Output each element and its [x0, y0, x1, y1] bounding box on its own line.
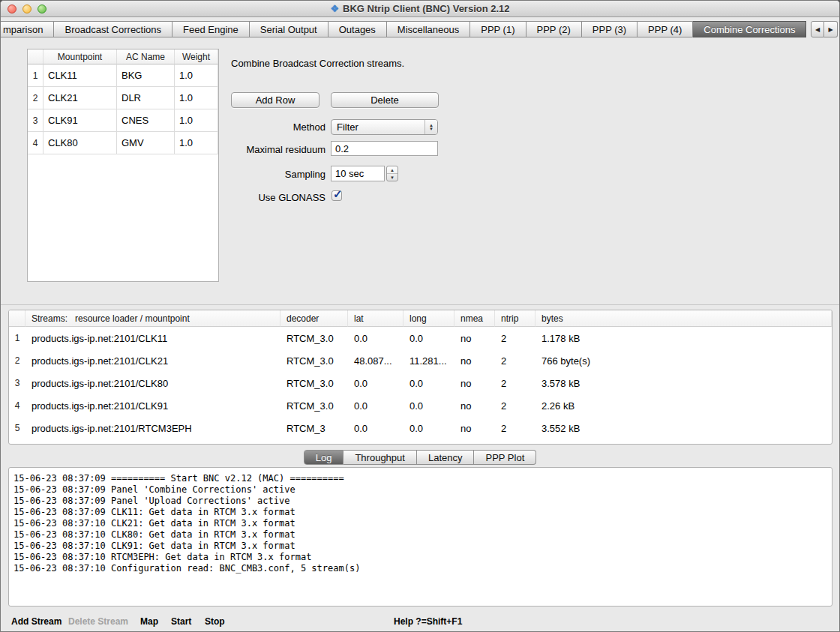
- minimize-button[interactable]: [22, 4, 32, 13]
- cell-mountpoint[interactable]: CLK11: [44, 64, 117, 87]
- log-line: 15-06-23 08:37:10 CLK91: Get data in RTC…: [14, 541, 827, 552]
- cell-decoder[interactable]: RTCM_3: [280, 417, 348, 439]
- cell-long[interactable]: 0.0: [404, 372, 454, 394]
- col-header-bytes: bytes: [536, 310, 832, 327]
- cell-ac-name[interactable]: DLR: [117, 87, 175, 109]
- method-select[interactable]: Filter ▲▼: [331, 119, 438, 135]
- close-button[interactable]: [8, 4, 16, 13]
- cell-ntrip[interactable]: 2: [495, 349, 536, 372]
- cell-decoder[interactable]: RTCM_3.0: [280, 349, 348, 372]
- corner-header: [28, 49, 44, 64]
- tab-outages[interactable]: Outages: [328, 21, 387, 37]
- cell-decoder[interactable]: RTCM_3.0: [280, 372, 348, 394]
- cell-nmea[interactable]: no: [454, 394, 495, 417]
- cell-lat[interactable]: 0.0: [348, 394, 404, 417]
- cell-mountpoint[interactable]: products.igs-ip.net:2101/CLK11: [26, 327, 280, 349]
- tab-scroll-left-icon[interactable]: ◀: [811, 21, 824, 37]
- statusbar: Add Stream Delete Stream Map Start Stop …: [1, 612, 839, 631]
- tab-scrollers: ◀ ▶: [811, 21, 838, 37]
- tab-latency[interactable]: Latency: [417, 450, 475, 465]
- spin-up-icon[interactable]: ▲: [387, 166, 398, 174]
- cell-mountpoint[interactable]: products.igs-ip.net:2101/CLK21: [26, 349, 280, 372]
- cell-mountpoint[interactable]: products.igs-ip.net:2101/CLK91: [26, 394, 280, 417]
- check-icon: ✓: [333, 187, 343, 201]
- cell-mountpoint[interactable]: products.igs-ip.net:2101/CLK80: [26, 372, 280, 394]
- cell-long[interactable]: 11.281...: [404, 349, 454, 372]
- col-header-weight: Weight: [175, 49, 218, 64]
- splitter[interactable]: [1, 304, 839, 305]
- streams-table[interactable]: Streams: resource loader / mountpoint de…: [8, 310, 832, 445]
- cell-lat[interactable]: 0.0: [348, 327, 404, 349]
- cell-lat[interactable]: 48.087...: [348, 349, 404, 372]
- cell-ntrip[interactable]: 2: [495, 417, 536, 439]
- cell-ac-name[interactable]: GMV: [117, 132, 175, 154]
- titlebar[interactable]: ❖ BKG Ntrip Client (BNC) Version 2.12: [1, 1, 839, 17]
- cell-nmea[interactable]: no: [454, 349, 495, 372]
- use-glonass-checkbox[interactable]: ✓: [332, 190, 342, 201]
- cell-mountpoint[interactable]: CLK21: [44, 87, 117, 109]
- cell-long[interactable]: 0.0: [404, 417, 454, 439]
- cell-bytes[interactable]: 3.552 kB: [536, 417, 832, 439]
- cell-bytes[interactable]: 3.578 kB: [536, 372, 832, 394]
- cell-bytes[interactable]: 2.26 kB: [536, 394, 832, 417]
- cell-long[interactable]: 0.0: [404, 327, 454, 349]
- tab-ppp-3[interactable]: PPP (3): [582, 21, 638, 37]
- sampling-value[interactable]: 10 sec: [331, 166, 385, 181]
- tab-broadcast-corrections[interactable]: Broadcast Corrections: [54, 21, 172, 37]
- tab-comparison[interactable]: mparison: [1, 21, 54, 37]
- sampling-spinner[interactable]: 10 sec ▲ ▼: [331, 166, 398, 181]
- start-button[interactable]: Start: [171, 616, 191, 627]
- tab-ppp-plot[interactable]: PPP Plot: [474, 450, 536, 465]
- tab-log[interactable]: Log: [304, 450, 344, 465]
- cell-ntrip[interactable]: 2: [495, 394, 536, 417]
- cell-ac-name[interactable]: BKG: [117, 64, 175, 87]
- cell-mountpoint[interactable]: CLK80: [44, 132, 117, 154]
- tab-throughput[interactable]: Throughput: [344, 450, 417, 465]
- delete-stream-button[interactable]: Delete Stream: [68, 616, 128, 627]
- maximal-residuum-input[interactable]: [331, 141, 438, 156]
- map-button[interactable]: Map: [140, 616, 158, 627]
- stop-button[interactable]: Stop: [205, 616, 225, 627]
- cell-lat[interactable]: 0.0: [348, 372, 404, 394]
- combo-stepper-icon[interactable]: ▲▼: [424, 120, 437, 134]
- cell-weight[interactable]: 1.0: [175, 64, 218, 87]
- add-row-button[interactable]: Add Row: [231, 92, 320, 108]
- combination-table[interactable]: Mountpoint AC Name Weight 1 CLK11 BKG 1.…: [27, 49, 219, 282]
- cell-mountpoint[interactable]: products.igs-ip.net:2101/RTCM3EPH: [26, 417, 280, 439]
- sampling-spin-buttons: ▲ ▼: [386, 166, 398, 181]
- cell-decoder[interactable]: RTCM_3.0: [280, 327, 348, 349]
- row-number: 3: [9, 372, 26, 394]
- tab-scroll-right-icon[interactable]: ▶: [824, 21, 838, 37]
- window-title: BKG Ntrip Client (BNC) Version 2.12: [343, 3, 509, 14]
- cell-decoder[interactable]: RTCM_3.0: [280, 394, 348, 417]
- cell-bytes[interactable]: 766 byte(s): [536, 349, 832, 372]
- tab-feed-engine[interactable]: Feed Engine: [172, 21, 250, 37]
- tab-ppp-2[interactable]: PPP (2): [526, 21, 582, 37]
- col-header-lat: lat: [348, 310, 404, 327]
- cell-bytes[interactable]: 1.178 kB: [536, 327, 832, 349]
- delete-button[interactable]: Delete: [331, 92, 439, 108]
- cell-weight[interactable]: 1.0: [175, 87, 218, 109]
- cell-lat[interactable]: 0.0: [348, 417, 404, 439]
- tab-miscellaneous[interactable]: Miscellaneous: [387, 21, 470, 37]
- zoom-button[interactable]: [38, 4, 46, 13]
- cell-long[interactable]: 0.0: [404, 394, 454, 417]
- cell-ac-name[interactable]: CNES: [117, 109, 175, 132]
- cell-ntrip[interactable]: 2: [495, 372, 536, 394]
- tab-combine-corrections[interactable]: Combine Corrections: [693, 21, 806, 37]
- row-number: 5: [9, 417, 26, 439]
- method-label: Method: [188, 121, 326, 133]
- tab-ppp-1[interactable]: PPP (1): [470, 21, 526, 37]
- cell-nmea[interactable]: no: [454, 327, 495, 349]
- cell-ntrip[interactable]: 2: [495, 327, 536, 349]
- spin-down-icon[interactable]: ▼: [387, 174, 398, 181]
- log-panel[interactable]: 15-06-23 08:37:09 ========== Start BNC v…: [8, 467, 832, 607]
- corner-header: [9, 310, 26, 327]
- tab-ppp-4[interactable]: PPP (4): [638, 21, 693, 37]
- cell-nmea[interactable]: no: [454, 372, 495, 394]
- cell-nmea[interactable]: no: [454, 417, 495, 439]
- add-stream-button[interactable]: Add Stream: [11, 616, 62, 627]
- cell-mountpoint[interactable]: CLK91: [44, 109, 117, 132]
- row-number: 4: [9, 394, 26, 417]
- tab-serial-output[interactable]: Serial Output: [250, 21, 328, 37]
